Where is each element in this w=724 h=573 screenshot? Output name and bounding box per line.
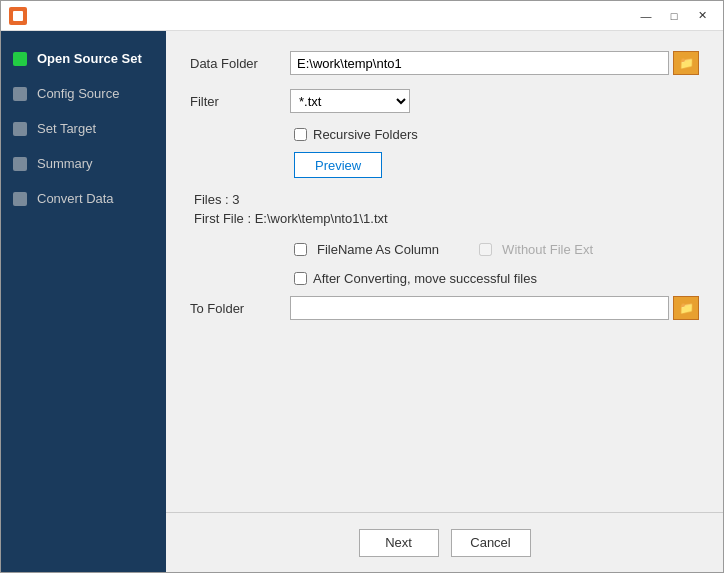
filter-select[interactable]: *.txt *.csv *.xml *.* [290,89,410,113]
files-count-text: Files : 3 [190,192,699,207]
content-area: Open Source Set Config Source Set Target… [1,31,723,572]
after-converting-label: After Converting, move successful files [313,271,537,286]
sidebar-label-open-source-set: Open Source Set [37,51,142,66]
filter-control: *.txt *.csv *.xml *.* [290,89,410,113]
filename-options-row: FileName As Column Without File Ext [190,242,699,257]
data-folder-control: 📁 [290,51,699,75]
after-converting-checkbox[interactable] [294,272,307,285]
without-file-ext-checkbox[interactable] [479,243,492,256]
cancel-button[interactable]: Cancel [451,529,531,557]
recursive-folders-label: Recursive Folders [313,127,418,142]
folder-browse-icon: 📁 [679,301,694,315]
first-file-text: First File : E:\work\temp\nto1\1.txt [190,211,699,226]
main-window: — □ ✕ Open Source Set Config Source Set … [0,0,724,573]
sidebar-item-set-target[interactable]: Set Target [1,111,166,146]
filename-as-column-label: FileName As Column [317,242,439,257]
app-icon [9,7,27,25]
recursive-folders-checkbox[interactable] [294,128,307,141]
sidebar-item-open-source-set[interactable]: Open Source Set [1,41,166,76]
sidebar-item-convert-data[interactable]: Convert Data [1,181,166,216]
data-folder-input[interactable] [290,51,669,75]
next-button[interactable]: Next [359,529,439,557]
to-folder-row: To Folder 📁 [190,296,699,320]
data-folder-row: Data Folder 📁 [190,51,699,75]
data-folder-browse-button[interactable]: 📁 [673,51,699,75]
title-bar: — □ ✕ [1,1,723,31]
sidebar-dot-summary [13,157,27,171]
sidebar-dot-set-target [13,122,27,136]
sidebar-item-summary[interactable]: Summary [1,146,166,181]
after-converting-row: After Converting, move successful files [190,271,699,286]
sidebar-label-config-source: Config Source [37,86,119,101]
footer: Next Cancel [166,512,723,572]
filter-row: Filter *.txt *.csv *.xml *.* [190,89,699,113]
to-folder-input[interactable] [290,296,669,320]
app-icon-inner [13,11,23,21]
sidebar-dot-open-source-set [13,52,27,66]
maximize-button[interactable]: □ [661,6,687,26]
sidebar: Open Source Set Config Source Set Target… [1,31,166,572]
preview-button[interactable]: Preview [294,152,382,178]
filename-as-column-checkbox[interactable] [294,243,307,256]
minimize-button[interactable]: — [633,6,659,26]
sidebar-dot-convert-data [13,192,27,206]
without-file-ext-label: Without File Ext [502,242,593,257]
sidebar-dot-config-source [13,87,27,101]
without-file-ext-group: Without File Ext [479,242,593,257]
sidebar-label-convert-data: Convert Data [37,191,114,206]
close-button[interactable]: ✕ [689,6,715,26]
filter-label: Filter [190,94,290,109]
sidebar-label-set-target: Set Target [37,121,96,136]
to-folder-control: 📁 [290,296,699,320]
filename-as-column-group: FileName As Column [294,242,439,257]
folder-icon: 📁 [679,56,694,70]
title-bar-controls: — □ ✕ [633,6,715,26]
data-folder-label: Data Folder [190,56,290,71]
to-folder-browse-button[interactable]: 📁 [673,296,699,320]
sidebar-item-config-source[interactable]: Config Source [1,76,166,111]
title-bar-left [9,7,27,25]
sidebar-label-summary: Summary [37,156,93,171]
main-content: Data Folder 📁 Filter *.txt *.csv [166,31,723,512]
main-panel: Data Folder 📁 Filter *.txt *.csv [166,31,723,572]
recursive-folders-row: Recursive Folders [190,127,699,142]
to-folder-label: To Folder [190,301,290,316]
